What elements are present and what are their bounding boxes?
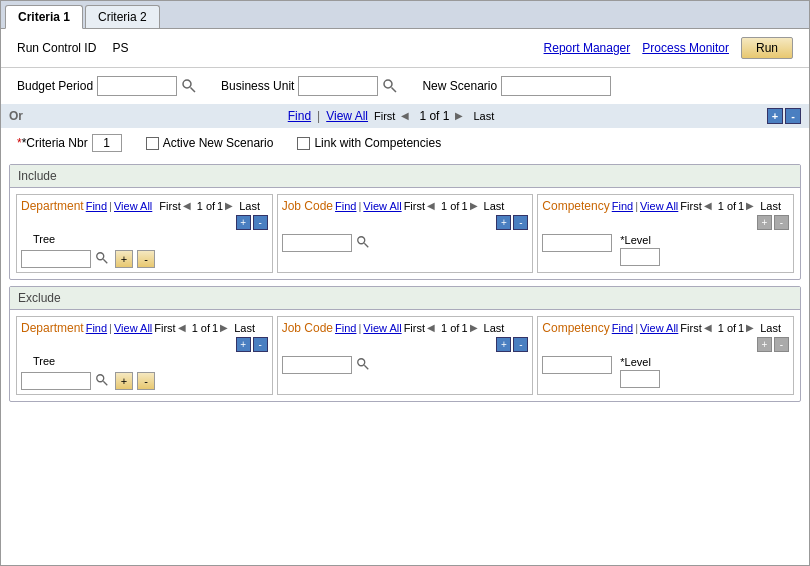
exclude-dept-input[interactable] bbox=[21, 372, 91, 390]
include-competency-col: Competency Find | View All First ◀ 1 of … bbox=[537, 194, 794, 273]
include-dept-tree-plus[interactable]: + bbox=[115, 250, 133, 268]
exclude-dept-plus[interactable]: + bbox=[236, 337, 251, 352]
include-department-col: Department Find | View All First ◀ 1 of … bbox=[16, 194, 273, 273]
new-scenario-input[interactable] bbox=[501, 76, 611, 96]
exclude-header: Exclude bbox=[10, 287, 800, 310]
link-competencies-checkbox[interactable] bbox=[297, 137, 310, 150]
exclude-comp-plus: + bbox=[757, 337, 772, 352]
svg-point-4 bbox=[97, 253, 104, 260]
exclude-dept-find[interactable]: Find bbox=[86, 322, 107, 334]
include-dept-viewall[interactable]: View All bbox=[114, 200, 152, 212]
budget-period-group: Budget Period bbox=[17, 76, 197, 96]
criteria-nbr-label: **Criteria Nbr bbox=[17, 136, 88, 150]
last-label: Last bbox=[473, 110, 494, 122]
exclude-comp-input[interactable] bbox=[542, 356, 612, 374]
include-jobcode-next[interactable]: ▶ bbox=[470, 200, 482, 212]
include-dept-page2: 1 bbox=[217, 200, 223, 212]
criteria-row: **Criteria Nbr Active New Scenario Link … bbox=[1, 128, 809, 158]
exclude-content: Department Find | View All First ◀ 1 of … bbox=[10, 310, 800, 401]
exclude-dept-prev[interactable]: ◀ bbox=[178, 322, 190, 334]
exclude-jobcode-page2: 1 bbox=[461, 322, 467, 334]
view-all-link[interactable]: View All bbox=[326, 109, 368, 123]
exclude-comp-level-label: *Level bbox=[620, 356, 660, 368]
exclude-comp-prev[interactable]: ◀ bbox=[704, 322, 716, 334]
exclude-comp-level-input[interactable] bbox=[620, 370, 660, 388]
process-monitor-link[interactable]: Process Monitor bbox=[642, 41, 729, 55]
exclude-dept-tree-plus[interactable]: + bbox=[115, 372, 133, 390]
business-unit-input[interactable] bbox=[298, 76, 378, 96]
include-dept-search-icon[interactable] bbox=[95, 251, 111, 267]
exclude-dept-next[interactable]: ▶ bbox=[220, 322, 232, 334]
exclude-jobcode-col: Job Code Find | View All First ◀ 1 of 1 … bbox=[277, 316, 534, 395]
header-row: Run Control ID PS Report Manager Process… bbox=[1, 29, 809, 68]
tab-criteria-2[interactable]: Criteria 2 bbox=[85, 5, 160, 28]
exclude-comp-find[interactable]: Find bbox=[612, 322, 633, 334]
or-bar: Or Find | View All First ◀ 1 of 1 ▶ Last… bbox=[1, 104, 809, 128]
criteria-nbr-input[interactable] bbox=[92, 134, 122, 152]
exclude-jobcode-minus[interactable]: - bbox=[513, 337, 528, 352]
exclude-jobcode-plus[interactable]: + bbox=[496, 337, 511, 352]
include-comp-viewall[interactable]: View All bbox=[640, 200, 678, 212]
include-jobcode-find[interactable]: Find bbox=[335, 200, 356, 212]
include-comp-input[interactable] bbox=[542, 234, 612, 252]
include-dept-minus[interactable]: - bbox=[253, 215, 268, 230]
exclude-comp-next[interactable]: ▶ bbox=[746, 322, 758, 334]
tab-criteria-1[interactable]: Criteria 1 bbox=[5, 5, 83, 29]
exclude-comp-last: Last bbox=[760, 322, 781, 334]
include-comp-title: Competency bbox=[542, 199, 609, 213]
prev-arrow[interactable]: ◀ bbox=[401, 110, 413, 122]
include-jobcode-minus[interactable]: - bbox=[513, 215, 528, 230]
main-container: Criteria 1 Criteria 2 Run Control ID PS … bbox=[0, 0, 810, 566]
run-button[interactable]: Run bbox=[741, 37, 793, 59]
exclude-jobcode-search-icon[interactable] bbox=[356, 357, 372, 373]
include-dept-prev[interactable]: ◀ bbox=[183, 200, 195, 212]
include-dept-next[interactable]: ▶ bbox=[225, 200, 237, 212]
search-row: Budget Period Business Unit New Scenario bbox=[1, 68, 809, 104]
exclude-dept-tree-minus[interactable]: - bbox=[137, 372, 155, 390]
include-comp-find[interactable]: Find bbox=[612, 200, 633, 212]
or-plus-button[interactable]: + bbox=[767, 108, 783, 124]
include-jobcode-search-icon[interactable] bbox=[356, 235, 372, 251]
include-comp-next[interactable]: ▶ bbox=[746, 200, 758, 212]
next-arrow[interactable]: ▶ bbox=[455, 110, 467, 122]
exclude-dept-title: Department bbox=[21, 321, 84, 335]
include-dept-page1: 1 of bbox=[197, 200, 215, 212]
include-comp-level-input[interactable] bbox=[620, 248, 660, 266]
include-header: Include bbox=[10, 165, 800, 188]
exclude-jobcode-input[interactable] bbox=[282, 356, 352, 374]
include-dept-plus[interactable]: + bbox=[236, 215, 251, 230]
include-dept-tree-minus[interactable]: - bbox=[137, 250, 155, 268]
exclude-jobcode-next[interactable]: ▶ bbox=[470, 322, 482, 334]
include-dept-find[interactable]: Find bbox=[86, 200, 107, 212]
svg-point-2 bbox=[384, 80, 392, 88]
include-jobcode-plus[interactable]: + bbox=[496, 215, 511, 230]
include-jobcode-page: 1 of bbox=[441, 200, 459, 212]
include-jobcode-input[interactable] bbox=[282, 234, 352, 252]
include-comp-prev[interactable]: ◀ bbox=[704, 200, 716, 212]
exclude-department-col: Department Find | View All First ◀ 1 of … bbox=[16, 316, 273, 395]
link-competencies-group: Link with Competencies bbox=[297, 136, 441, 150]
include-jobcode-prev[interactable]: ◀ bbox=[427, 200, 439, 212]
include-jobcode-viewall[interactable]: View All bbox=[363, 200, 401, 212]
find-link[interactable]: Find bbox=[288, 109, 311, 123]
exclude-comp-viewall[interactable]: View All bbox=[640, 322, 678, 334]
or-right: Find | View All First ◀ 1 of 1 ▶ Last bbox=[288, 109, 495, 123]
exclude-jobcode-prev[interactable]: ◀ bbox=[427, 322, 439, 334]
svg-line-7 bbox=[364, 243, 368, 247]
report-manager-link[interactable]: Report Manager bbox=[544, 41, 631, 55]
include-dept-first: First bbox=[159, 200, 180, 212]
exclude-dept-viewall[interactable]: View All bbox=[114, 322, 152, 334]
exclude-dept-last: Last bbox=[234, 322, 255, 334]
active-scenario-checkbox[interactable] bbox=[146, 137, 159, 150]
exclude-jobcode-viewall[interactable]: View All bbox=[363, 322, 401, 334]
budget-period-input[interactable] bbox=[97, 76, 177, 96]
exclude-jobcode-find[interactable]: Find bbox=[335, 322, 356, 334]
exclude-dept-search-icon[interactable] bbox=[95, 373, 111, 389]
exclude-dept-minus[interactable]: - bbox=[253, 337, 268, 352]
budget-period-search-icon[interactable] bbox=[181, 78, 197, 94]
include-dept-input[interactable] bbox=[21, 250, 91, 268]
budget-period-label: Budget Period bbox=[17, 79, 93, 93]
or-minus-button[interactable]: - bbox=[785, 108, 801, 124]
business-unit-search-icon[interactable] bbox=[382, 78, 398, 94]
exclude-dept-tree-label: Tree bbox=[33, 355, 55, 367]
